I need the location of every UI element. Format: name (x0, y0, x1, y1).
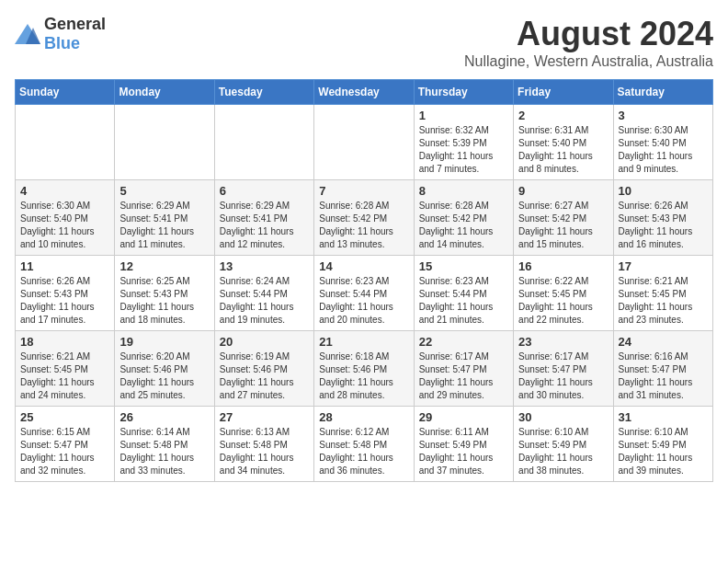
day-number: 19 (119, 335, 209, 349)
day-number: 11 (20, 259, 109, 273)
calendar-cell: 22Sunrise: 6:17 AM Sunset: 5:47 PM Dayli… (414, 331, 513, 407)
calendar-header-saturday: Saturday (613, 80, 712, 105)
day-info: Sunrise: 6:10 AM Sunset: 5:49 PM Dayligh… (518, 426, 608, 477)
calendar-cell: 25Sunrise: 6:15 AM Sunset: 5:47 PM Dayli… (16, 407, 115, 482)
day-info: Sunrise: 6:22 AM Sunset: 5:45 PM Dayligh… (518, 275, 608, 327)
day-number: 6 (220, 184, 309, 198)
day-info: Sunrise: 6:30 AM Sunset: 5:40 PM Dayligh… (619, 124, 708, 176)
calendar-cell: 17Sunrise: 6:21 AM Sunset: 5:45 PM Dayli… (613, 256, 712, 331)
day-number: 24 (619, 335, 708, 349)
day-number: 20 (220, 335, 309, 349)
calendar-cell: 12Sunrise: 6:25 AM Sunset: 5:43 PM Dayli… (115, 256, 214, 331)
day-number: 18 (20, 335, 109, 349)
calendar-week-row: 4Sunrise: 6:30 AM Sunset: 5:40 PM Daylig… (16, 180, 713, 256)
calendar-header-monday: Monday (115, 80, 214, 105)
day-info: Sunrise: 6:21 AM Sunset: 5:45 PM Dayligh… (619, 275, 708, 327)
calendar-cell: 9Sunrise: 6:27 AM Sunset: 5:42 PM Daylig… (514, 180, 613, 256)
calendar-cell: 11Sunrise: 6:26 AM Sunset: 5:43 PM Dayli… (16, 256, 115, 331)
day-number: 8 (419, 184, 508, 198)
day-number: 30 (518, 410, 608, 424)
day-number: 13 (220, 259, 309, 273)
day-number: 15 (419, 259, 508, 273)
day-info: Sunrise: 6:27 AM Sunset: 5:42 PM Dayligh… (518, 200, 608, 251)
calendar-week-row: 1Sunrise: 6:32 AM Sunset: 5:39 PM Daylig… (16, 105, 713, 180)
day-info: Sunrise: 6:20 AM Sunset: 5:46 PM Dayligh… (119, 350, 209, 402)
calendar-body: 1Sunrise: 6:32 AM Sunset: 5:39 PM Daylig… (16, 105, 713, 482)
calendar-cell (115, 105, 214, 180)
day-number: 4 (20, 184, 109, 198)
day-info: Sunrise: 6:30 AM Sunset: 5:40 PM Dayligh… (20, 200, 109, 251)
day-number: 21 (319, 335, 408, 349)
day-number: 22 (419, 335, 508, 349)
calendar-cell: 26Sunrise: 6:14 AM Sunset: 5:48 PM Dayli… (115, 407, 214, 482)
calendar-cell: 6Sunrise: 6:29 AM Sunset: 5:41 PM Daylig… (214, 180, 313, 256)
day-number: 27 (220, 410, 309, 424)
calendar-cell: 29Sunrise: 6:11 AM Sunset: 5:49 PM Dayli… (414, 407, 513, 482)
calendar-header-thursday: Thursday (414, 80, 513, 105)
calendar-cell: 5Sunrise: 6:29 AM Sunset: 5:41 PM Daylig… (115, 180, 214, 256)
day-number: 10 (619, 184, 708, 198)
title-section: August 2024 Nullagine, Western Australia… (464, 15, 713, 70)
calendar-cell: 4Sunrise: 6:30 AM Sunset: 5:40 PM Daylig… (16, 180, 115, 256)
calendar-week-row: 18Sunrise: 6:21 AM Sunset: 5:45 PM Dayli… (16, 331, 713, 407)
day-number: 26 (119, 410, 209, 424)
day-info: Sunrise: 6:17 AM Sunset: 5:47 PM Dayligh… (518, 350, 608, 402)
day-number: 29 (419, 410, 508, 424)
day-number: 31 (619, 410, 708, 424)
calendar-cell: 20Sunrise: 6:19 AM Sunset: 5:46 PM Dayli… (214, 331, 313, 407)
day-info: Sunrise: 6:26 AM Sunset: 5:43 PM Dayligh… (619, 200, 708, 251)
day-info: Sunrise: 6:18 AM Sunset: 5:46 PM Dayligh… (319, 350, 408, 402)
subtitle: Nullagine, Western Australia, Australia (464, 53, 713, 70)
day-number: 17 (619, 259, 708, 273)
day-number: 28 (319, 410, 408, 424)
day-info: Sunrise: 6:23 AM Sunset: 5:44 PM Dayligh… (319, 275, 408, 327)
day-info: Sunrise: 6:19 AM Sunset: 5:46 PM Dayligh… (220, 350, 309, 402)
calendar-cell: 30Sunrise: 6:10 AM Sunset: 5:49 PM Dayli… (514, 407, 613, 482)
calendar-cell: 21Sunrise: 6:18 AM Sunset: 5:46 PM Dayli… (314, 331, 414, 407)
day-number: 5 (119, 184, 209, 198)
day-info: Sunrise: 6:14 AM Sunset: 5:48 PM Dayligh… (119, 426, 209, 477)
day-info: Sunrise: 6:16 AM Sunset: 5:47 PM Dayligh… (619, 350, 708, 402)
day-number: 14 (319, 259, 408, 273)
day-number: 3 (619, 109, 708, 122)
day-number: 12 (119, 259, 209, 273)
day-info: Sunrise: 6:29 AM Sunset: 5:41 PM Dayligh… (220, 200, 309, 251)
calendar-cell: 16Sunrise: 6:22 AM Sunset: 5:45 PM Dayli… (514, 256, 613, 331)
calendar-cell: 31Sunrise: 6:10 AM Sunset: 5:49 PM Dayli… (613, 407, 712, 482)
logo-blue: Blue (44, 34, 80, 52)
day-info: Sunrise: 6:15 AM Sunset: 5:47 PM Dayligh… (20, 426, 109, 477)
calendar-header-row: SundayMondayTuesdayWednesdayThursdayFrid… (16, 80, 713, 105)
logo-general: General (44, 15, 106, 33)
calendar-cell: 8Sunrise: 6:28 AM Sunset: 5:42 PM Daylig… (414, 180, 513, 256)
day-number: 16 (518, 259, 608, 273)
day-number: 2 (518, 109, 608, 122)
day-info: Sunrise: 6:11 AM Sunset: 5:49 PM Dayligh… (419, 426, 508, 477)
day-info: Sunrise: 6:23 AM Sunset: 5:44 PM Dayligh… (419, 275, 508, 327)
calendar-cell (16, 105, 115, 180)
logo-icon (15, 24, 40, 44)
calendar-cell (314, 105, 414, 180)
calendar-header-wednesday: Wednesday (314, 80, 414, 105)
calendar-cell: 15Sunrise: 6:23 AM Sunset: 5:44 PM Dayli… (414, 256, 513, 331)
calendar-cell: 24Sunrise: 6:16 AM Sunset: 5:47 PM Dayli… (613, 331, 712, 407)
calendar-cell: 27Sunrise: 6:13 AM Sunset: 5:48 PM Dayli… (214, 407, 313, 482)
day-number: 7 (319, 184, 408, 198)
day-info: Sunrise: 6:17 AM Sunset: 5:47 PM Dayligh… (419, 350, 508, 402)
day-info: Sunrise: 6:31 AM Sunset: 5:40 PM Dayligh… (518, 124, 608, 176)
calendar-table: SundayMondayTuesdayWednesdayThursdayFrid… (15, 79, 713, 482)
calendar-cell: 14Sunrise: 6:23 AM Sunset: 5:44 PM Dayli… (314, 256, 414, 331)
day-number: 1 (419, 109, 508, 122)
calendar-cell: 10Sunrise: 6:26 AM Sunset: 5:43 PM Dayli… (613, 180, 712, 256)
day-info: Sunrise: 6:13 AM Sunset: 5:48 PM Dayligh… (220, 426, 309, 477)
calendar-cell: 2Sunrise: 6:31 AM Sunset: 5:40 PM Daylig… (514, 105, 613, 180)
calendar-cell (214, 105, 313, 180)
calendar-cell: 28Sunrise: 6:12 AM Sunset: 5:48 PM Dayli… (314, 407, 414, 482)
day-info: Sunrise: 6:28 AM Sunset: 5:42 PM Dayligh… (319, 200, 408, 251)
calendar-cell: 23Sunrise: 6:17 AM Sunset: 5:47 PM Dayli… (514, 331, 613, 407)
calendar-cell: 13Sunrise: 6:24 AM Sunset: 5:44 PM Dayli… (214, 256, 313, 331)
day-info: Sunrise: 6:28 AM Sunset: 5:42 PM Dayligh… (419, 200, 508, 251)
calendar-cell: 19Sunrise: 6:20 AM Sunset: 5:46 PM Dayli… (115, 331, 214, 407)
day-info: Sunrise: 6:12 AM Sunset: 5:48 PM Dayligh… (319, 426, 408, 477)
calendar-cell: 1Sunrise: 6:32 AM Sunset: 5:39 PM Daylig… (414, 105, 513, 180)
calendar-header-friday: Friday (514, 80, 613, 105)
